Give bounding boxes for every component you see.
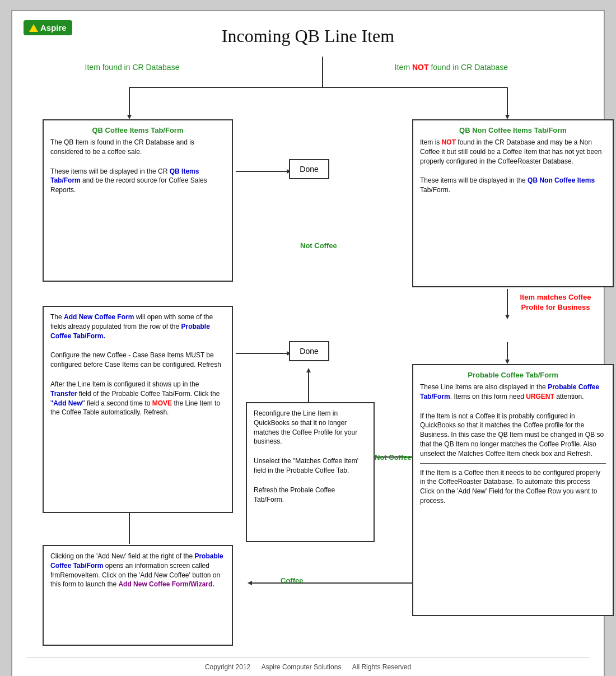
svg-marker-18 (248, 581, 252, 585)
reconfigure-para3: Refresh the Probale Coffee Tab/Form. (254, 486, 367, 505)
probable-coffee-box: Probable Coffee Tab/Form These Line Item… (412, 364, 614, 616)
logo: Aspire (24, 20, 72, 35)
svg-marker-14 (505, 360, 510, 364)
branch-label-right: Item NOT found in CR Database (362, 62, 541, 72)
probable-coffee-para1: These Line Items are also displayed in t… (420, 383, 606, 402)
qb-non-coffee-box: QB Non Coffee Items Tab/Form Item is NOT… (412, 119, 614, 287)
footer-rights: All Rights Reserved (352, 663, 411, 671)
svg-marker-6 (505, 115, 510, 119)
coffee-label: Coffee (281, 576, 303, 585)
svg-marker-12 (505, 315, 510, 319)
flow-diagram: Item found in CR Database Item NOT found… (26, 57, 590, 650)
qb-non-coffee-para1: Item is NOT found in the CR Database and… (420, 138, 606, 166)
page: Aspire Incoming QB Line Item (11, 10, 605, 676)
probable-coffee-para3: If the Item is a Coffee then it needs to… (420, 468, 606, 506)
branch-label-left: Item found in CR Database (71, 62, 194, 72)
done-box-2: Done (289, 341, 329, 361)
done-box-1: Done (289, 159, 329, 179)
not-coffee-label-2: Not Coffee (375, 453, 412, 461)
footer-copyright: Copyright 2012 (205, 663, 250, 671)
clicking-box: Clicking on the 'Add New' field at the r… (43, 545, 233, 646)
qb-coffee-para2: These items will be displayed in the CR … (50, 167, 225, 195)
reconfigure-para2: Unselect the "Matches Coffee Item' field… (254, 456, 367, 475)
probable-coffee-para2: If the Item is not a Coffee it is probab… (420, 412, 606, 459)
logo-triangle-icon (29, 24, 38, 32)
logo-text: Aspire (40, 23, 67, 32)
add-new-para3: After the Line Item is configured it sho… (50, 380, 225, 417)
svg-marker-10 (306, 368, 311, 372)
reconfigure-para1: Reconfigure the Line Item in QuickBooks … (254, 409, 367, 446)
item-matches-label: Item matches Coffee Profile for Business (511, 292, 600, 312)
add-new-para2: Configure the new Coffee - Case Base Ite… (50, 351, 225, 370)
probable-coffee-title: Probable Coffee Tab/Form (420, 371, 606, 379)
clicking-para1: Clicking on the 'Add New' field at the r… (50, 552, 225, 589)
qb-non-coffee-para2: These items will be displayed in the QB … (420, 176, 606, 195)
svg-marker-4 (127, 115, 132, 119)
qb-coffee-title: QB Coffee Items Tab/Form (50, 126, 225, 134)
footer: Copyright 2012 Aspire Computer Solutions… (26, 657, 590, 671)
reconfigure-box: Reconfigure the Line Item in QuickBooks … (246, 402, 375, 542)
qb-coffee-para1: The QB Item is found in the CR Database … (50, 138, 225, 157)
add-new-box: The Add New Coffee Form will open with s… (43, 306, 233, 513)
add-new-para1: The Add New Coffee Form will open with s… (50, 313, 225, 341)
page-title: Incoming QB Line Item (26, 26, 590, 46)
footer-company: Aspire Computer Solutions (262, 663, 342, 671)
qb-coffee-box: QB Coffee Items Tab/Form The QB Item is … (43, 119, 233, 282)
not-coffee-label-1: Not Coffee (300, 241, 337, 250)
qb-non-coffee-title: QB Non Coffee Items Tab/Form (420, 126, 606, 134)
